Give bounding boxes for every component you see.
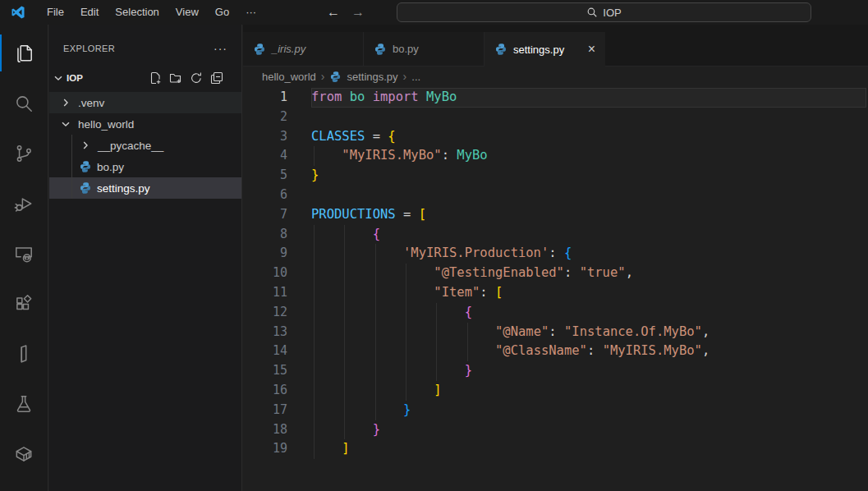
new-file-icon[interactable] <box>149 71 162 85</box>
tab-label: _iris.py <box>272 43 305 55</box>
sidebar-title: EXPLORER <box>63 44 115 53</box>
indent-guide <box>344 342 345 361</box>
code-line: CLASSES = { <box>243 127 868 147</box>
code-line: "@ClassName": "MyIRIS.MyBo", <box>243 342 868 361</box>
python-file-icon <box>329 71 342 83</box>
code-line: } <box>243 401 868 420</box>
indent-guide <box>406 342 406 361</box>
explorer-sidebar: EXPLORER ··· IOP .venvhello_world__pycac… <box>49 25 242 491</box>
indent-guide <box>406 283 406 303</box>
code-line <box>243 108 868 127</box>
code-line: } <box>243 361 868 381</box>
files-icon <box>13 43 34 64</box>
indent-guide <box>467 323 468 342</box>
history-navigation: ← → <box>327 0 365 25</box>
indent-guide <box>406 303 406 323</box>
vscode-logo-icon <box>11 5 25 20</box>
indent-guide <box>406 381 406 401</box>
tree-item-.venv[interactable]: .venv <box>49 92 241 113</box>
command-center-search[interactable]: IOP <box>397 2 811 22</box>
activity-item-notebook[interactable] <box>0 328 48 379</box>
activity-item-extensions[interactable] <box>0 278 48 328</box>
breadcrumb-item-...[interactable]: ... <box>411 71 420 83</box>
indent-guide <box>406 264 406 283</box>
indent-guide <box>314 303 315 323</box>
tree-item-bo.py[interactable]: bo.py <box>49 156 241 177</box>
code-line: "MyIRIS.MyBo": MyBo <box>243 146 868 166</box>
code-editor[interactable]: 12345678910111213141516171819 from bo im… <box>243 86 868 491</box>
tab-label: bo.py <box>393 43 419 55</box>
tab-bar: _iris.pybo.pysettings.py× <box>243 25 868 67</box>
indent-guide <box>314 420 315 440</box>
activity-item-containers[interactable] <box>0 429 48 479</box>
indent-guide <box>344 225 345 245</box>
search-icon <box>13 93 34 114</box>
activity-item-testing[interactable] <box>0 379 48 429</box>
menu-item-view[interactable]: View <box>168 0 207 25</box>
indent-guide <box>375 264 376 283</box>
menu-item-moremoremore[interactable]: ··· <box>237 0 264 25</box>
tree-item-label: bo.py <box>97 161 124 173</box>
activity-item-search[interactable] <box>0 78 48 128</box>
forward-arrow-icon[interactable]: → <box>351 5 365 20</box>
workspace-name: IOP <box>67 73 83 83</box>
indent-guide <box>344 323 345 342</box>
tree-item-__pycache__[interactable]: __pycache__ <box>49 135 241 156</box>
container-icon <box>13 443 34 465</box>
tab-settings.py[interactable]: settings.py× <box>485 32 605 67</box>
breadcrumb-item-settings.py[interactable]: settings.py <box>347 71 397 83</box>
indent-guide <box>344 401 345 420</box>
indent-guide <box>375 244 376 264</box>
menu-item-selection[interactable]: Selection <box>107 0 167 25</box>
tree-item-hello_world[interactable]: hello_world <box>49 113 241 135</box>
activity-bar <box>0 25 48 491</box>
tree-item-settings.py[interactable]: settings.py <box>49 177 241 199</box>
code-line: { <box>243 225 868 245</box>
refresh-icon[interactable] <box>190 71 203 85</box>
indent-guide <box>344 303 345 323</box>
title-bar: FileEditSelectionViewGo··· ← → IOP <box>0 0 868 25</box>
menu-item-edit[interactable]: Edit <box>72 0 107 25</box>
workspace-section-header[interactable]: IOP <box>49 67 241 89</box>
indent-guide <box>344 381 345 401</box>
activity-item-remote-explorer[interactable] <box>0 228 48 278</box>
indent-guide <box>375 342 376 361</box>
new-folder-icon[interactable] <box>169 71 182 85</box>
menu-item-go[interactable]: Go <box>207 0 237 25</box>
tree-item-label: .venv <box>78 97 104 109</box>
indent-guide <box>375 401 376 420</box>
tab-_iris.py[interactable]: _iris.py <box>243 32 364 66</box>
menu-bar: FileEditSelectionViewGo··· <box>39 0 264 25</box>
code-line: } <box>243 166 868 186</box>
breadcrumb-separator-icon: › <box>403 70 407 83</box>
indent-guide <box>314 283 315 303</box>
testing-flask-icon <box>13 393 34 415</box>
indent-guide <box>314 361 315 381</box>
run-debug-icon <box>13 193 34 214</box>
activity-item-source-control[interactable] <box>0 128 48 178</box>
code-area: from bo import MyBoCLASSES = { "MyIRIS.M… <box>243 88 868 459</box>
indent-guide <box>375 361 376 381</box>
close-icon[interactable]: × <box>588 43 595 56</box>
collapse-all-icon[interactable] <box>210 71 223 85</box>
indent-guide <box>314 264 315 283</box>
back-arrow-icon[interactable]: ← <box>327 5 340 20</box>
indent-guide <box>344 283 345 303</box>
menu-item-file[interactable]: File <box>39 0 72 25</box>
breadcrumb-item-hello_world[interactable]: hello_world <box>262 71 316 83</box>
code-line: PRODUCTIONS = [ <box>243 205 868 225</box>
activity-item-run-and-debug[interactable] <box>0 178 48 228</box>
indent-guide <box>344 244 345 264</box>
remote-explorer-icon <box>13 243 34 264</box>
code-line: "Item": [ <box>243 283 868 303</box>
indent-guide <box>314 225 315 245</box>
indent-guide <box>314 439 315 459</box>
indent-guide <box>436 361 437 381</box>
indent-guide <box>375 381 376 401</box>
indent-guide <box>314 244 315 264</box>
indent-guide <box>436 303 437 323</box>
indent-guide <box>344 420 345 440</box>
sidebar-more-actions-icon[interactable]: ··· <box>214 42 227 55</box>
tab-bo.py[interactable]: bo.py <box>364 32 485 66</box>
activity-item-explorer[interactable] <box>0 28 48 78</box>
